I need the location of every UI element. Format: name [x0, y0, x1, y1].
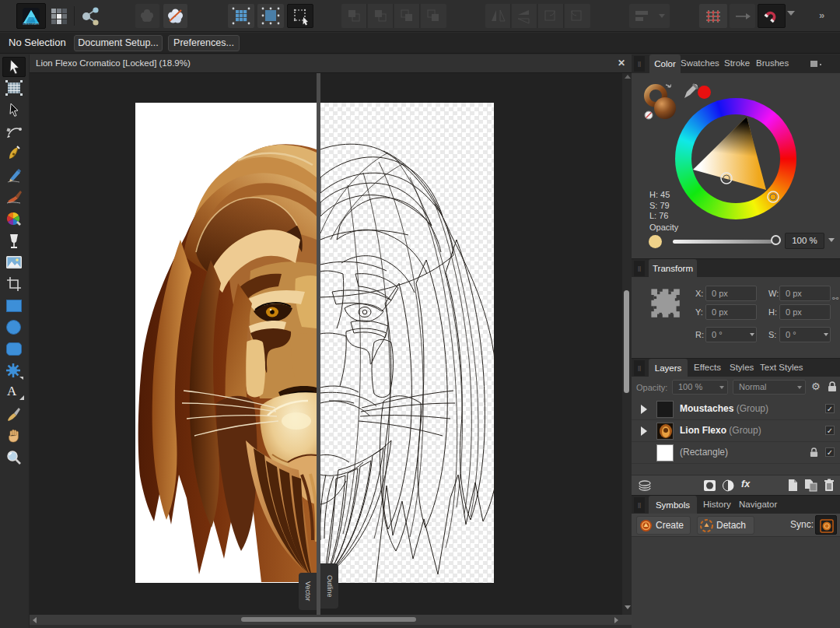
- svg-text:DESIGNER: DESIGNER: [23, 22, 40, 26]
